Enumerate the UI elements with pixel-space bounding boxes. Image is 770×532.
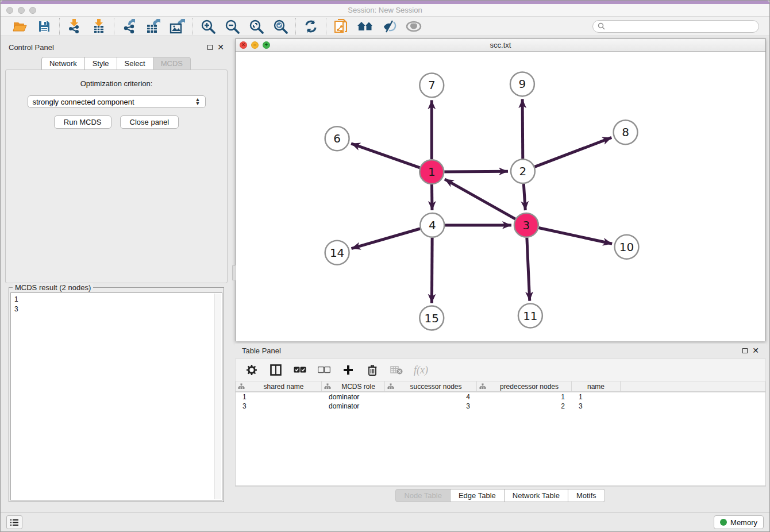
graph-node-label: 2 (519, 164, 527, 178)
column-header-mcds-role[interactable]: MCDS role (322, 381, 385, 391)
mcds-result-line: 1 (14, 295, 218, 304)
table-cell[interactable]: 1 (477, 392, 572, 402)
graph-edge-3-1[interactable] (445, 179, 515, 219)
table-tabs: Node Table Edge Table Network Table Moti… (235, 486, 766, 503)
network-canvas[interactable]: 7968124314101511 (236, 52, 765, 341)
zoom-out-icon[interactable] (223, 18, 241, 34)
import-network-icon[interactable] (66, 18, 84, 34)
deselect-all-checks-icon[interactable] (317, 363, 331, 377)
home-icon[interactable] (356, 18, 375, 34)
graph-node-label: 4 (429, 218, 436, 232)
run-mcds-button[interactable]: Run MCDS (54, 115, 111, 129)
close-panel-button[interactable]: Close panel (120, 115, 179, 129)
node-table-header: shared name MCDS role successor nodes pr… (236, 381, 765, 392)
attribute-icon (479, 383, 486, 390)
select-all-checks-icon[interactable] (293, 363, 307, 377)
export-image-icon[interactable] (168, 18, 187, 34)
column-header-name[interactable]: name (572, 381, 621, 391)
tab-node-table[interactable]: Node Table (395, 489, 451, 502)
task-list-icon (10, 519, 19, 526)
export-table-icon[interactable] (144, 18, 163, 34)
show-panels-icon[interactable] (405, 18, 423, 34)
column-layout-icon[interactable] (269, 363, 283, 377)
graph-edge-2-3[interactable] (523, 184, 525, 210)
delete-column-icon[interactable] (365, 363, 379, 377)
optimization-criterion-label: Optimization criterion: (6, 79, 227, 88)
graph-node-label: 6 (333, 132, 341, 145)
graph-edge-3-11[interactable] (527, 238, 530, 301)
add-column-icon[interactable] (341, 363, 355, 377)
table-row[interactable]: 3dominator323 (236, 402, 765, 411)
tab-motifs[interactable]: Motifs (568, 489, 605, 502)
graph-node-label: 9 (519, 77, 526, 91)
tab-style[interactable]: Style (84, 57, 117, 70)
table-row[interactable]: 1dominator411 (236, 392, 765, 402)
graph-edge-3-10[interactable] (538, 228, 612, 244)
column-header-shared-name[interactable]: shared name (236, 381, 322, 391)
table-cell[interactable]: dominator (322, 392, 385, 402)
table-cell[interactable]: 3 (572, 402, 621, 411)
table-cell[interactable]: 2 (477, 402, 572, 411)
network-window-titlebar: ✕ − + scc.txt (236, 39, 765, 52)
tab-edge-table[interactable]: Edge Table (450, 489, 505, 502)
close-panel-icon[interactable]: ✕ (217, 43, 224, 51)
control-panel-tabs: Network Style Select MCDS (1, 57, 232, 70)
graph-node-label: 15 (425, 311, 439, 325)
table-cell[interactable]: 3 (385, 402, 477, 411)
attribute-icon (238, 383, 245, 390)
mcds-result-group: MCDS result (2 nodes) 1 3 (9, 287, 224, 502)
workspace: Control Panel ✕ Network Style Select MCD… (1, 36, 769, 512)
column-header-successor-nodes[interactable]: successor nodes (385, 381, 477, 391)
optimization-criterion-select[interactable]: strongly connected component ▲▼ (28, 95, 206, 108)
search-field[interactable] (592, 20, 759, 33)
table-cell[interactable]: 4 (385, 392, 477, 402)
table-cell[interactable]: 1 (236, 392, 322, 402)
graph-edge-4-14[interactable] (352, 229, 421, 249)
column-header-predecessor-nodes[interactable]: predecessor nodes (477, 381, 572, 391)
delete-table-icon[interactable] (390, 363, 403, 377)
result-scrollbar[interactable] (214, 294, 221, 499)
network-view-window: ✕ − + scc.txt 7968124314101511 (235, 38, 766, 341)
graph-node-label: 14 (330, 246, 344, 260)
tab-mcds[interactable]: MCDS (153, 57, 191, 70)
float-table-panel-icon[interactable] (742, 348, 748, 353)
application-window: Session: New Session (0, 0, 770, 532)
tab-select[interactable]: Select (117, 57, 153, 70)
table-toolbar: f(x) (235, 358, 766, 381)
attribute-icon (387, 383, 394, 390)
graph-edge-2-8[interactable] (534, 137, 611, 167)
refresh-icon[interactable] (302, 18, 320, 34)
float-panel-icon[interactable] (207, 45, 213, 50)
zoom-in-icon[interactable] (199, 18, 217, 34)
settings-gear-icon[interactable] (245, 363, 259, 377)
graph-edge-1-2[interactable] (444, 171, 508, 172)
table-cell[interactable]: dominator (322, 402, 385, 411)
graph-node-label: 7 (428, 78, 436, 92)
function-builder-icon[interactable]: f(x) (414, 364, 428, 376)
import-table-icon[interactable] (90, 18, 108, 34)
duplicate-network-icon[interactable] (332, 18, 351, 34)
graph-node-label: 3 (523, 218, 530, 232)
splitter-handle[interactable] (232, 265, 236, 280)
table-cell[interactable]: 1 (572, 392, 621, 402)
zoom-selected-icon[interactable] (271, 18, 290, 34)
mcds-panel: Optimization criterion: strongly connect… (5, 70, 228, 283)
search-input[interactable] (608, 22, 754, 30)
mcds-result-textarea[interactable]: 1 3 (10, 292, 222, 500)
open-session-icon[interactable] (11, 18, 29, 34)
task-history-button[interactable] (6, 515, 22, 529)
save-session-icon[interactable] (35, 18, 53, 34)
window-title: Session: New Session (1, 6, 769, 14)
hide-panels-icon[interactable] (380, 18, 399, 34)
zoom-fit-icon[interactable] (247, 18, 265, 34)
close-table-panel-icon[interactable]: ✕ (752, 346, 759, 354)
graph-edge-1-6[interactable] (351, 144, 419, 168)
table-cell[interactable]: 3 (236, 402, 322, 411)
export-network-icon[interactable] (120, 18, 138, 34)
tab-network-table[interactable]: Network Table (504, 489, 568, 502)
tab-network[interactable]: Network (41, 57, 85, 70)
graph-edge-2-9[interactable] (522, 99, 523, 159)
graph-edge-4-15[interactable] (432, 238, 432, 303)
graph-node-label: 1 (428, 165, 436, 179)
memory-button[interactable]: Memory (714, 515, 764, 529)
